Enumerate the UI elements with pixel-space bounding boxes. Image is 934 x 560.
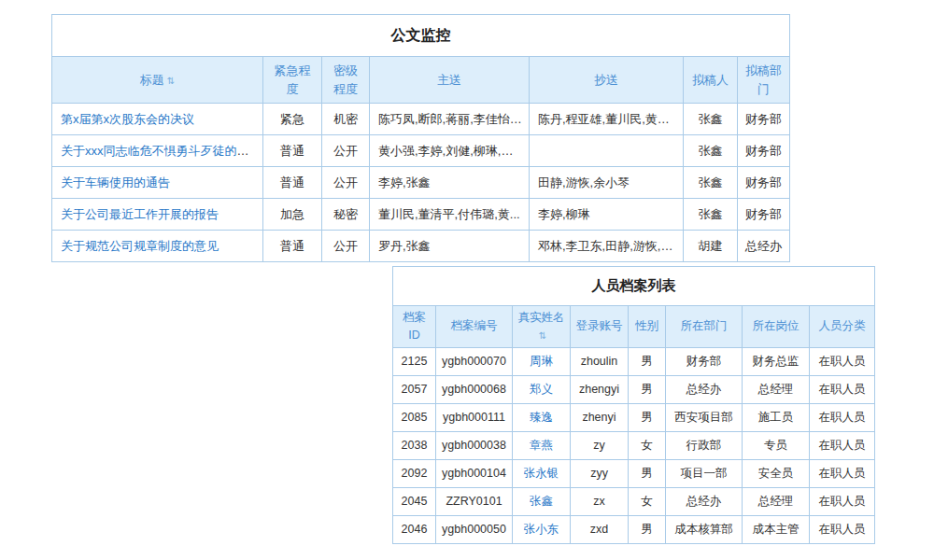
position-cell: 安全员 bbox=[743, 459, 810, 487]
column-header-cc-recipients: 抄送 bbox=[530, 57, 684, 104]
table-title-row: 人员档案列表 bbox=[393, 267, 875, 306]
table-row: 关于xxx同志临危不惧勇斗歹徒的通报 普通 公开 黄小强,李婷,刘健,柳琳,宋.… bbox=[52, 135, 790, 167]
personnel-table-title: 人员档案列表 bbox=[393, 267, 875, 306]
column-header-title[interactable]: 标题⇅ bbox=[52, 57, 263, 104]
draft-dept-cell: 财务部 bbox=[738, 135, 790, 167]
urgency-cell: 普通 bbox=[263, 231, 322, 262]
gender-cell: 女 bbox=[629, 487, 666, 515]
document-monitor-table: 公文监控 标题⇅ 紧急程度 密级程度 主送 抄送 拟稿人 拟稿部门 第x届第x次… bbox=[51, 14, 790, 262]
login-account-cell: zhengyi bbox=[571, 375, 629, 403]
position-cell: 成本主管 bbox=[743, 515, 810, 543]
login-account-cell: zy bbox=[571, 431, 629, 459]
real-name-cell: 张小东 bbox=[513, 515, 571, 543]
doc-title-link[interactable]: 第x届第x次股东会的决议 bbox=[61, 112, 194, 126]
draft-dept-cell: 财务部 bbox=[738, 104, 790, 135]
table-row: 关于车辆使用的通告 普通 公开 李婷,张鑫 田静,游恢,余小琴 张鑫 财务部 bbox=[52, 167, 790, 199]
real-name-link[interactable]: 臻逸 bbox=[530, 411, 553, 424]
archive-no-cell: ygbh000111 bbox=[436, 403, 513, 431]
table-row: 2038 ygbh000038 章燕 zy 女 行政部 专员 在职人员 bbox=[393, 431, 875, 459]
gender-cell: 男 bbox=[629, 515, 666, 543]
real-name-link[interactable]: 张鑫 bbox=[530, 495, 553, 508]
main-recipients-cell: 李婷,张鑫 bbox=[370, 167, 530, 199]
secrecy-cell: 机密 bbox=[322, 104, 370, 135]
real-name-link[interactable]: 郑义 bbox=[530, 383, 553, 396]
column-header-drafter: 拟稿人 bbox=[684, 57, 738, 104]
secrecy-cell: 公开 bbox=[322, 135, 370, 167]
archive-id-cell: 2125 bbox=[393, 347, 436, 375]
doc-title-cell: 关于车辆使用的通告 bbox=[52, 167, 263, 199]
draft-dept-cell: 财务部 bbox=[738, 199, 790, 231]
category-cell: 在职人员 bbox=[810, 515, 875, 543]
table-row: 第x届第x次股东会的决议 紧急 机密 陈巧凤,断郎,蒋丽,李佳怡,... 陈丹,… bbox=[52, 104, 790, 135]
table-row: 2046 ygbh000050 张小东 zxd 男 成本核算部 成本主管 在职人… bbox=[393, 515, 875, 543]
gender-cell: 男 bbox=[629, 375, 666, 403]
doc-title-cell: 关于公司最近工作开展的报告 bbox=[52, 199, 263, 231]
archive-no-cell: ygbh000038 bbox=[436, 431, 513, 459]
gender-cell: 男 bbox=[629, 347, 666, 375]
table-row: 关于规范公司规章制度的意见 普通 公开 罗丹,张鑫 邓林,李卫东,田静,游恢,余… bbox=[52, 231, 790, 262]
secrecy-cell: 公开 bbox=[322, 167, 370, 199]
archive-id-cell: 2085 bbox=[393, 403, 436, 431]
table-row: 2092 ygbh000104 张永银 zyy 男 项目一部 安全员 在职人员 bbox=[393, 459, 875, 487]
sort-icon[interactable]: ⇅ bbox=[167, 76, 175, 86]
secrecy-cell: 公开 bbox=[322, 231, 370, 262]
column-header-urgency: 紧急程度 bbox=[263, 57, 322, 104]
position-cell: 财务总监 bbox=[743, 347, 810, 375]
drafter-cell: 张鑫 bbox=[684, 104, 738, 135]
table-row: 2125 ygbh000070 周琳 zhoulin 男 财务部 财务总监 在职… bbox=[393, 347, 875, 375]
personnel-archive-table: 人员档案列表 档案ID 档案编号 真实姓名⇅ 登录账号 性别 所在部门 所在岗位… bbox=[392, 266, 875, 544]
real-name-link[interactable]: 张永银 bbox=[524, 467, 559, 480]
real-name-link[interactable]: 周琳 bbox=[530, 355, 553, 368]
doc-title-cell: 关于规范公司规章制度的意见 bbox=[52, 231, 263, 262]
archive-no-cell: ZZRY0101 bbox=[436, 487, 513, 515]
main-recipients-cell: 陈巧凤,断郎,蒋丽,李佳怡,... bbox=[370, 104, 530, 135]
urgency-cell: 普通 bbox=[263, 167, 322, 199]
real-name-cell: 章燕 bbox=[513, 431, 571, 459]
real-name-link[interactable]: 章燕 bbox=[530, 439, 553, 452]
real-name-cell: 张鑫 bbox=[513, 487, 571, 515]
category-cell: 在职人员 bbox=[810, 431, 875, 459]
archive-no-cell: ygbh000050 bbox=[436, 515, 513, 543]
column-header-login-account: 登录账号 bbox=[571, 306, 629, 348]
doc-title-link[interactable]: 关于车辆使用的通告 bbox=[61, 175, 170, 189]
doc-table-title: 公文监控 bbox=[52, 15, 790, 57]
doc-title-link[interactable]: 关于规范公司规章制度的意见 bbox=[61, 239, 219, 253]
doc-title-link[interactable]: 关于公司最近工作开展的报告 bbox=[61, 207, 219, 221]
real-name-cell: 周琳 bbox=[513, 347, 571, 375]
position-cell: 总经理 bbox=[743, 375, 810, 403]
cc-recipients-cell: 陈丹,程亚雄,董川民,黄思璐... bbox=[530, 104, 684, 135]
real-name-cell: 郑义 bbox=[513, 375, 571, 403]
table-row: 2085 ygbh000111 臻逸 zhenyi 男 西安项目部 施工员 在职… bbox=[393, 403, 875, 431]
sort-icon[interactable]: ⇅ bbox=[539, 330, 546, 341]
table-row: 2057 ygbh000068 郑义 zhengyi 男 总经办 总经理 在职人… bbox=[393, 375, 875, 403]
archive-id-cell: 2057 bbox=[393, 375, 436, 403]
department-cell: 总经办 bbox=[666, 487, 743, 515]
drafter-cell: 张鑫 bbox=[684, 167, 738, 199]
column-header-real-name[interactable]: 真实姓名⇅ bbox=[513, 306, 571, 348]
drafter-cell: 张鑫 bbox=[684, 135, 738, 167]
position-cell: 总经理 bbox=[743, 487, 810, 515]
doc-title-cell: 关于xxx同志临危不惧勇斗歹徒的通报 bbox=[52, 135, 263, 167]
table-row: 关于公司最近工作开展的报告 加急 秘密 董川民,董清平,付伟璐,黄... 李婷,… bbox=[52, 199, 790, 231]
main-recipients-cell: 罗丹,张鑫 bbox=[370, 231, 530, 262]
doc-title-link[interactable]: 关于xxx同志临危不惧勇斗歹徒的通报 bbox=[61, 144, 262, 158]
login-account-cell: zyy bbox=[571, 459, 629, 487]
column-header-secrecy: 密级程度 bbox=[322, 57, 370, 104]
department-cell: 项目一部 bbox=[666, 459, 743, 487]
table-row: 2045 ZZRY0101 张鑫 zx 女 总经办 总经理 在职人员 bbox=[393, 487, 875, 515]
archive-id-cell: 2045 bbox=[393, 487, 436, 515]
gender-cell: 男 bbox=[629, 459, 666, 487]
secrecy-cell: 秘密 bbox=[322, 199, 370, 231]
cc-recipients-cell bbox=[530, 135, 684, 167]
archive-no-cell: ygbh000068 bbox=[436, 375, 513, 403]
table-header-row: 标题⇅ 紧急程度 密级程度 主送 抄送 拟稿人 拟稿部门 bbox=[52, 57, 790, 104]
real-name-link[interactable]: 张小东 bbox=[524, 523, 559, 536]
archive-id-cell: 2046 bbox=[393, 515, 436, 543]
archive-no-cell: ygbh000104 bbox=[436, 459, 513, 487]
cc-recipients-cell: 邓林,李卫东,田静,游恢,余... bbox=[530, 231, 684, 262]
column-header-category: 人员分类 bbox=[810, 306, 875, 348]
category-cell: 在职人员 bbox=[810, 375, 875, 403]
category-cell: 在职人员 bbox=[810, 459, 875, 487]
urgency-cell: 加急 bbox=[263, 199, 322, 231]
archive-id-cell: 2038 bbox=[393, 431, 436, 459]
